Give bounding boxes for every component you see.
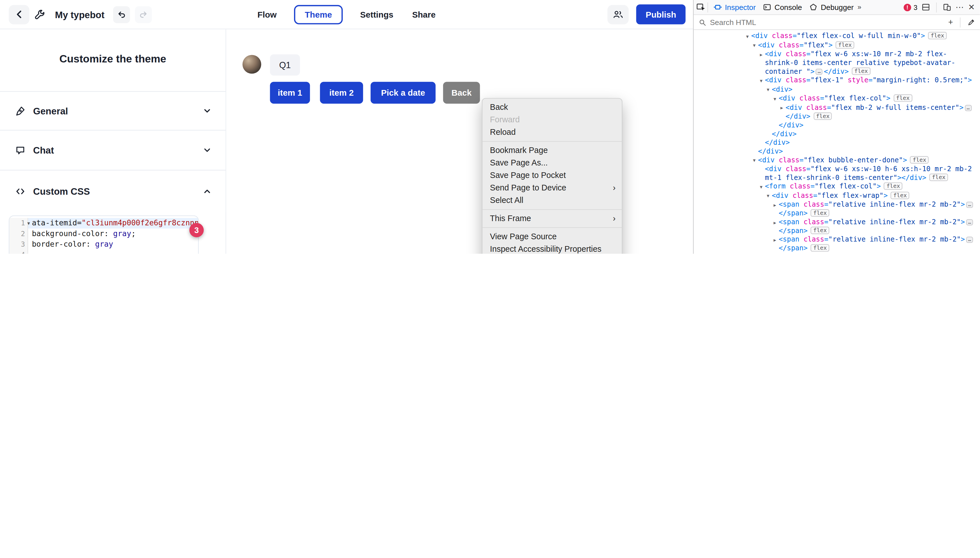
menu-item-save-page-to-pocket[interactable]: Save Page to Pocket [483, 169, 622, 182]
expand-arrow-open-icon[interactable]: ▼ [757, 76, 765, 85]
markup-line[interactable]: ▼<div class="flex bubble-enter-done">fle… [693, 156, 980, 165]
devtools-tab-debugger[interactable]: Debugger [806, 0, 858, 15]
collapsed-ellipsis-icon[interactable]: … [966, 237, 973, 243]
back-button[interactable] [9, 5, 30, 24]
devtools-search-bar[interactable]: Search HTML + [693, 15, 980, 30]
markup-line[interactable]: </div> [693, 121, 980, 130]
split-console-icon[interactable] [922, 3, 930, 11]
tab-theme[interactable]: Theme [294, 5, 343, 24]
expand-arrow-closed-icon[interactable]: ▶ [771, 218, 779, 227]
markup-line[interactable]: ▼<div class="flex-1" style="margin-right… [693, 76, 980, 85]
menu-item-back[interactable]: Back [483, 101, 622, 113]
pick-element-icon[interactable] [696, 3, 706, 12]
badge-chip[interactable]: flex [852, 67, 870, 75]
badge-chip[interactable]: flex [884, 182, 903, 190]
editor-line[interactable]: 2background-color: gray; [9, 228, 198, 239]
expand-arrow-open-icon[interactable]: ▼ [771, 94, 779, 103]
badge-chip[interactable]: flex [811, 209, 829, 217]
markup-line[interactable]: ▶<div class="flex mb-2 w-full items-cent… [693, 103, 980, 121]
fold-arrow-icon[interactable]: ▼ [27, 218, 30, 229]
markup-line[interactable]: </div> [693, 138, 980, 147]
menu-item-bookmark-page[interactable]: Bookmark Page [483, 144, 622, 157]
undo-button[interactable] [113, 6, 130, 23]
tab-flow[interactable]: Flow [256, 5, 278, 23]
chat-button-item2[interactable]: item 2 [320, 82, 363, 103]
collapsed-ellipsis-icon[interactable]: … [966, 202, 973, 208]
markup-line[interactable]: ▼<form class="flex flex-col">flex [693, 182, 980, 191]
expand-arrow-open-icon[interactable]: ▼ [757, 182, 765, 191]
devtools-tab-console[interactable]: Console [759, 0, 806, 15]
tab-settings[interactable]: Settings [359, 5, 395, 23]
menu-item-view-page-source[interactable]: View Page Source [483, 230, 622, 243]
menu-item-reload[interactable]: Reload [483, 126, 622, 138]
markup-line[interactable]: ▼<div class="flex flex-col">flex [693, 94, 980, 103]
collapsed-ellipsis-icon[interactable]: … [816, 69, 823, 75]
markup-line[interactable]: ▼<div> [693, 85, 980, 94]
typebot-title[interactable]: My typebot [55, 9, 105, 20]
expand-arrow-closed-icon[interactable]: ▶ [771, 200, 779, 210]
markup-line[interactable]: ▶<span class="relative inline-flex mr-2 … [693, 235, 980, 253]
badge-chip[interactable]: flex [811, 227, 829, 234]
publish-button[interactable]: Publish [636, 4, 685, 24]
tab-share[interactable]: Share [411, 5, 437, 23]
expand-arrow-open-icon[interactable]: ▼ [751, 41, 758, 50]
more-tabs-icon[interactable]: » [858, 4, 861, 10]
menu-item-save-page-as-[interactable]: Save Page As... [483, 157, 622, 169]
expand-arrow-open-icon[interactable]: ▼ [744, 32, 751, 41]
collapsed-ellipsis-icon[interactable]: … [965, 105, 972, 111]
redo-button[interactable] [135, 6, 152, 23]
add-attribute-icon[interactable]: + [948, 18, 953, 26]
markup-line[interactable]: <div class="flex w-6 xs:w-10 h-6 xs:h-10… [693, 165, 980, 182]
custom-css-editor[interactable]: 1▼ata-itemid="cl3iunm4p000f2e6gfr8cznnn"… [9, 215, 199, 254]
badge-chip[interactable]: flex [814, 112, 832, 120]
badge-chip[interactable]: flex [891, 191, 909, 199]
editor-code[interactable] [28, 250, 198, 254]
chat-button-pick-a-date[interactable]: Pick a date [371, 82, 436, 103]
editor-code[interactable]: ata-itemid="cl3iunm4p000f2e6gfr8cznnn"] [28, 218, 198, 228]
markup-line[interactable]: ▼<div class="flex">flex [693, 41, 980, 50]
expand-arrow-open-icon[interactable]: ▼ [764, 85, 772, 94]
devtools-tab-inspector[interactable]: Inspector [710, 0, 759, 15]
section-general[interactable]: General [0, 91, 226, 130]
chat-button-item1[interactable]: item 1 [270, 82, 310, 103]
expand-arrow-closed-icon[interactable]: ▶ [757, 50, 765, 59]
menu-item-this-frame[interactable]: This Frame› [483, 212, 622, 225]
menu-item-select-all[interactable]: Select All [483, 194, 622, 207]
section-chat[interactable]: Chat [0, 130, 226, 170]
eyedropper-icon[interactable] [967, 18, 975, 26]
members-button[interactable] [608, 5, 629, 24]
chat-button-back[interactable]: Back [443, 82, 480, 103]
section-custom-css[interactable]: Custom CSS [0, 170, 226, 212]
error-badge-icon[interactable]: ! [904, 3, 911, 11]
badge-chip[interactable]: flex [836, 41, 854, 48]
badge-chip[interactable]: flex [910, 156, 929, 163]
editor-line[interactable]: 3border-color: gray [9, 239, 198, 250]
markup-line[interactable]: ▼<span class="relative inline-flex mr-2 … [693, 253, 980, 254]
expand-arrow-open-icon[interactable]: ▼ [764, 191, 772, 200]
badge-chip[interactable]: flex [894, 94, 912, 102]
close-devtools-icon[interactable]: ✕ [968, 3, 975, 11]
collapsed-ellipsis-icon[interactable]: … [966, 219, 973, 225]
editor-line[interactable]: 4 [9, 250, 198, 254]
badge-chip[interactable]: flex [811, 244, 829, 251]
markup-line[interactable]: ▼<div class="flex flex-wrap">flex [693, 191, 980, 200]
badge-chip[interactable]: flex [928, 32, 947, 39]
markup-line[interactable]: ▶<div class="flex w-6 xs:w-10 mr-2 mb-2 … [693, 50, 980, 76]
markup-line[interactable]: </div> [693, 147, 980, 156]
expand-arrow-closed-icon[interactable]: ▶ [771, 235, 779, 245]
menu-item-send-page-to-device[interactable]: Send Page to Device› [483, 182, 622, 194]
meatball-menu-icon[interactable]: ⋯ [955, 3, 964, 11]
editor-code[interactable]: background-color: gray; [28, 228, 198, 239]
badge-chip[interactable]: flex [929, 174, 948, 181]
editor-code[interactable]: border-color: gray [28, 239, 198, 250]
error-count[interactable]: 3 [914, 3, 917, 11]
expand-arrow-closed-icon[interactable]: ▶ [778, 103, 786, 112]
expand-arrow-open-icon[interactable]: ▼ [771, 253, 779, 254]
markup-line[interactable]: </div> [693, 130, 980, 138]
markup-line[interactable]: ▶<span class="relative inline-flex mr-2 … [693, 200, 980, 218]
markup-line[interactable]: ▼<div class="flex flex-col w-full min-w-… [693, 32, 980, 41]
editor-line[interactable]: 1▼ata-itemid="cl3iunm4p000f2e6gfr8cznnn"… [9, 218, 198, 228]
markup-line[interactable]: ▶<span class="relative inline-flex mr-2 … [693, 218, 980, 236]
menu-item-inspect-accessibility-properties[interactable]: Inspect Accessibility Properties [483, 243, 622, 254]
responsive-mode-icon[interactable] [943, 3, 951, 11]
